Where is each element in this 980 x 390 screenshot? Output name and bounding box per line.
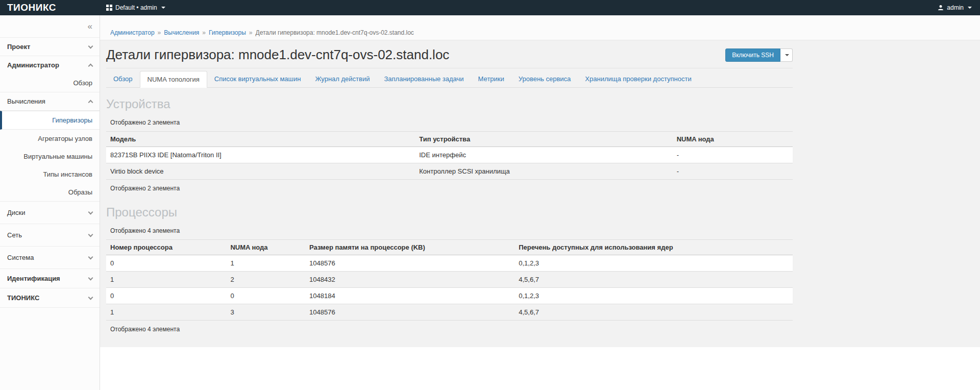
tab-numa-topology[interactable]: NUMA топология <box>140 71 207 88</box>
cell-memory-size: 1048576 <box>305 304 514 321</box>
tab-overview[interactable]: Обзор <box>106 71 140 87</box>
tab-bar: Обзор NUMA топология Список виртуальных … <box>106 71 793 88</box>
chevron-up-icon <box>88 63 93 68</box>
chevron-down-icon <box>88 209 93 214</box>
main-area: Администратор » Вычисления » Гипервизоры… <box>100 15 980 390</box>
cell-numa-node: - <box>673 163 793 180</box>
cell-cpu-number: 1 <box>106 272 226 288</box>
page-header: Детали гипервизора: mnode1.dev-cnt7q-ovs… <box>106 47 793 68</box>
cell-available-cores: 0,1,2,3 <box>514 288 793 304</box>
breadcrumb-separator: » <box>202 29 206 36</box>
sidebar-item-label: Типы инстансов <box>43 170 92 178</box>
collapse-sidebar-icon: « <box>88 21 92 32</box>
cell-model: Virtio block device <box>106 163 415 180</box>
tab-availability-storages[interactable]: Хранилища проверки доступности <box>578 71 698 87</box>
sidebar-item-identity[interactable]: Идентификация <box>0 269 100 288</box>
cell-cpu-number: 1 <box>106 304 226 321</box>
sidebar-item-label: ТИОНИКС <box>7 294 39 302</box>
sidebar-item-label: Проект <box>7 43 30 51</box>
ssh-button-group: Включить SSH <box>725 48 793 62</box>
breadcrumb-link-hypervisors[interactable]: Гипервизоры <box>209 29 246 36</box>
column-header-device-type: Тип устройства <box>415 132 672 147</box>
sidebar-item-label: Система <box>7 254 34 261</box>
chevron-down-icon <box>88 254 93 259</box>
processors-section-heading: Процессоры <box>106 205 793 220</box>
breadcrumb-separator: » <box>249 29 253 36</box>
sidebar-item-label: Агрегаторы узлов <box>38 135 92 142</box>
sidebar-item-network[interactable]: Сеть <box>0 224 100 247</box>
page-content: Детали гипервизора: mnode1.dev-cnt7q-ovs… <box>100 40 980 347</box>
chevron-down-icon <box>88 295 93 300</box>
column-header-model: Модель <box>106 132 415 147</box>
processors-count-bottom: Отображено 4 элемента <box>110 326 793 333</box>
cell-numa-node: 0 <box>226 288 305 304</box>
user-icon <box>938 5 944 11</box>
brand-logo[interactable]: ТИОНИКС <box>0 2 100 13</box>
sidebar-item-system[interactable]: Система <box>0 247 100 269</box>
table-row: 0 1 1048576 0,1,2,3 <box>106 255 793 272</box>
column-header-available-cores: Перечень доступных для использования яде… <box>514 240 793 255</box>
tab-metrics[interactable]: Метрики <box>471 71 511 87</box>
sidebar-item-flavors[interactable]: Типы инстансов <box>0 165 100 183</box>
table-header-row: Модель Тип устройства NUMA нода <box>106 132 793 147</box>
devices-table: Модель Тип устройства NUMA нода 82371SB … <box>106 131 793 180</box>
cell-available-cores: 4,5,6,7 <box>514 304 793 321</box>
cell-available-cores: 0,1,2,3 <box>514 255 793 272</box>
context-label: Default • admin <box>115 4 157 11</box>
sidebar-item-label: Образы <box>68 188 92 196</box>
user-menu[interactable]: admin <box>938 4 980 11</box>
sidebar-item-label: Вычисления <box>7 98 45 105</box>
sidebar-item-host-aggregates[interactable]: Агрегаторы узлов <box>0 130 100 148</box>
enable-ssh-button[interactable]: Включить SSH <box>725 48 780 62</box>
chevron-down-icon <box>88 232 93 237</box>
sidebar-item-compute[interactable]: Вычисления <box>0 92 100 111</box>
sidebar-item-images[interactable]: Образы <box>0 183 100 202</box>
caret-down-icon <box>968 7 972 9</box>
sidebar-item-label: Диски <box>7 209 26 216</box>
table-header-row: Номер процессора NUMA нода Размер памяти… <box>106 240 793 255</box>
cell-device-type: Контроллер SCSI хранилища <box>415 163 672 180</box>
table-row: Virtio block device Контроллер SCSI хран… <box>106 163 793 180</box>
tab-scheduled-tasks[interactable]: Запланированные задачи <box>377 71 471 87</box>
table-row: 1 2 1048432 4,5,6,7 <box>106 272 793 288</box>
column-header-numa-node: NUMA нода <box>226 240 305 255</box>
cell-numa-node: 1 <box>226 255 305 272</box>
tab-instances-list[interactable]: Список виртуальных машин <box>207 71 308 87</box>
chevron-down-icon <box>88 43 93 48</box>
sidebar-item-label: Гипервизоры <box>52 116 92 124</box>
sidebar-item-label: Сеть <box>7 231 22 239</box>
top-header: ТИОНИКС Default • admin admin <box>0 0 980 15</box>
caret-down-icon <box>785 54 789 56</box>
user-name-label: admin <box>947 4 964 11</box>
devices-count-top: Отображено 2 элемента <box>110 119 793 126</box>
sidebar-item-tionix[interactable]: ТИОНИКС <box>0 288 100 308</box>
tab-service-level[interactable]: Уровень сервиса <box>511 71 578 87</box>
sidebar-item-label: Идентификация <box>7 275 60 282</box>
breadcrumb-link-compute[interactable]: Вычисления <box>164 29 199 36</box>
sidebar-item-overview[interactable]: Обзор <box>0 74 100 92</box>
projects-grid-icon <box>106 5 112 11</box>
cell-numa-node: - <box>673 147 793 163</box>
sidebar-item-admin[interactable]: Администратор <box>0 56 100 74</box>
cell-model: 82371SB PIIX3 IDE [Natoma/Triton II] <box>106 147 415 163</box>
sidebar-collapse-button[interactable]: « <box>0 15 100 38</box>
table-row: 82371SB PIIX3 IDE [Natoma/Triton II] IDE… <box>106 147 793 163</box>
sidebar: « Проект Администратор Обзор Вычисления … <box>0 15 100 390</box>
cell-cpu-number: 0 <box>106 255 226 272</box>
ssh-dropdown-toggle[interactable] <box>780 48 793 62</box>
page-title: Детали гипервизора: mnode1.dev-cnt7q-ovs… <box>106 47 449 63</box>
column-header-numa-node: NUMA нода <box>673 132 793 147</box>
sidebar-item-hypervisors[interactable]: Гипервизоры <box>0 111 100 130</box>
caret-down-icon <box>161 7 165 9</box>
tab-action-log[interactable]: Журнал действий <box>308 71 377 87</box>
devices-count-bottom: Отображено 2 элемента <box>110 185 793 192</box>
cell-numa-node: 3 <box>226 304 305 321</box>
sidebar-item-instances[interactable]: Виртуальные машины <box>0 148 100 165</box>
sidebar-item-volumes[interactable]: Диски <box>0 202 100 224</box>
sidebar-item-project[interactable]: Проект <box>0 38 100 56</box>
project-context-switcher[interactable]: Default • admin <box>100 4 165 11</box>
breadcrumb-link-admin[interactable]: Администратор <box>110 29 155 36</box>
sidebar-item-label: Виртуальные машины <box>23 153 92 160</box>
breadcrumb-separator: » <box>158 29 161 36</box>
breadcrumb: Администратор » Вычисления » Гипервизоры… <box>100 15 980 40</box>
